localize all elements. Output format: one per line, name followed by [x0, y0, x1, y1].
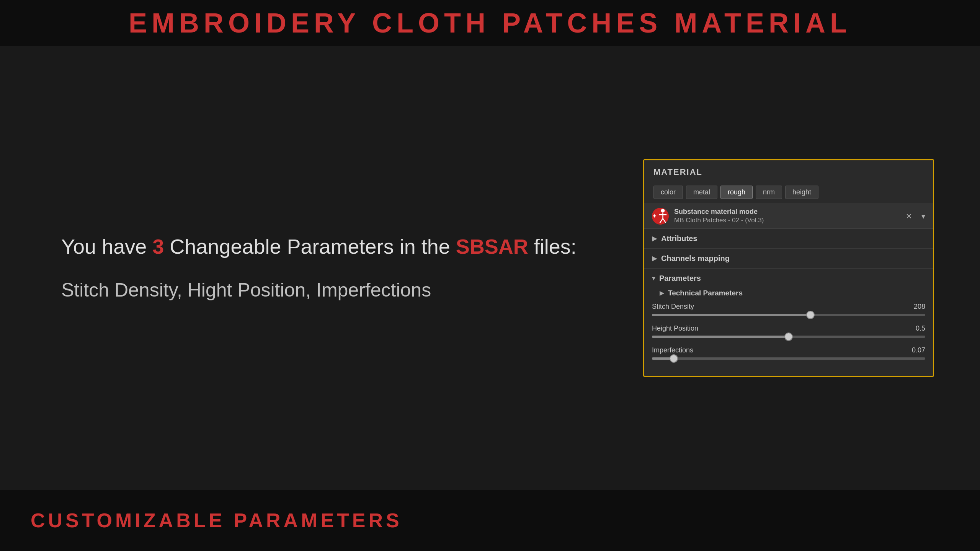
desc-prefix: You have — [61, 235, 152, 258]
stitch-density-label: Stitch Density — [652, 303, 694, 311]
technical-parameters-section[interactable]: ▶ Technical Parameters — [644, 286, 933, 300]
imperfections-track[interactable] — [652, 357, 925, 360]
height-position-label: Height Position — [652, 324, 698, 333]
panel-header: MATERIAL — [644, 160, 933, 182]
top-bar: EMBROIDERY CLOTH PATCHES MATERIAL — [0, 0, 980, 46]
svg-point-0 — [661, 209, 665, 212]
imperfections-value: 0.07 — [912, 346, 925, 354]
stitch-density-track[interactable] — [652, 314, 925, 316]
panel-title: MATERIAL — [653, 167, 702, 177]
tech-params-label: Technical Parameters — [668, 289, 743, 297]
chevron-down-icon[interactable]: ▾ — [921, 212, 925, 221]
stitch-density-thumb[interactable] — [806, 311, 815, 319]
attributes-section[interactable]: ▶ Attributes — [644, 229, 933, 249]
stickman-svg — [657, 209, 669, 224]
parameters-label: Parameters — [659, 274, 701, 283]
sliders-section: Stitch Density 208 Height Position 0.5 — [644, 300, 933, 376]
desc-middle: Changeable Parameters in the — [164, 235, 456, 258]
tab-nrm[interactable]: nrm — [756, 186, 782, 199]
main-content: You have 3 Changeable Parameters in the … — [0, 46, 980, 490]
svg-line-3 — [660, 218, 663, 223]
parameters-arrow-icon: ▾ — [652, 274, 655, 282]
substance-mode-row: Substance material mode MB Cloth Patches… — [644, 204, 933, 229]
bottom-bar: CUSTOMIZABLE PARAMETERS — [0, 490, 980, 551]
stitch-density-row: Stitch Density 208 — [652, 303, 925, 316]
imperfections-row: Imperfections 0.07 — [652, 346, 925, 360]
close-icon[interactable]: ✕ — [906, 212, 912, 221]
substance-mode-value: MB Cloth Patches - 02 - (Vol.3) — [674, 217, 900, 224]
description-line1: You have 3 Changeable Parameters in the … — [61, 232, 612, 261]
parameters-section[interactable]: ▾ Parameters — [644, 269, 933, 286]
left-panel: You have 3 Changeable Parameters in the … — [31, 209, 643, 326]
channels-arrow-icon: ▶ — [652, 254, 657, 262]
right-panel: MATERIAL color metal rough nrm height — [643, 159, 934, 377]
channels-mapping-label: Channels mapping — [661, 254, 730, 263]
substance-icon — [652, 208, 669, 225]
stitch-density-value: 208 — [914, 303, 925, 311]
imperfections-label: Imperfections — [652, 346, 693, 354]
substance-mode-label: Substance material mode — [674, 208, 900, 216]
imperfections-thumb[interactable] — [670, 354, 678, 363]
tab-row: color metal rough nrm height — [644, 182, 933, 204]
page-title: EMBROIDERY CLOTH PATCHES MATERIAL — [129, 7, 851, 39]
attributes-arrow-icon: ▶ — [652, 234, 657, 243]
number-highlight: 3 — [152, 235, 164, 258]
tab-rough[interactable]: rough — [720, 186, 753, 199]
stitch-density-header: Stitch Density 208 — [652, 303, 925, 311]
tab-color[interactable]: color — [653, 186, 683, 199]
height-position-thumb[interactable] — [784, 333, 793, 341]
tab-height[interactable]: height — [785, 186, 818, 199]
height-position-row: Height Position 0.5 — [652, 324, 925, 338]
height-position-fill — [652, 336, 789, 338]
height-position-track[interactable] — [652, 336, 925, 338]
attributes-label: Attributes — [661, 234, 697, 243]
imperfections-header: Imperfections 0.07 — [652, 346, 925, 354]
material-panel: MATERIAL color metal rough nrm height — [643, 159, 934, 377]
bottom-label: CUSTOMIZABLE PARAMETERS — [31, 509, 402, 532]
tech-params-arrow-icon: ▶ — [660, 289, 664, 297]
height-position-header: Height Position 0.5 — [652, 324, 925, 333]
svg-line-4 — [663, 218, 666, 223]
params-line: Stitch Density, Hight Position, Imperfec… — [61, 277, 612, 303]
substance-info: Substance material mode MB Cloth Patches… — [674, 208, 900, 224]
channels-mapping-section[interactable]: ▶ Channels mapping — [644, 249, 933, 269]
sbsar-highlight: SBSAR — [456, 235, 528, 258]
desc-suffix: files: — [528, 235, 577, 258]
tab-metal[interactable]: metal — [686, 186, 717, 199]
stitch-density-fill — [652, 314, 810, 316]
height-position-value: 0.5 — [916, 324, 925, 333]
